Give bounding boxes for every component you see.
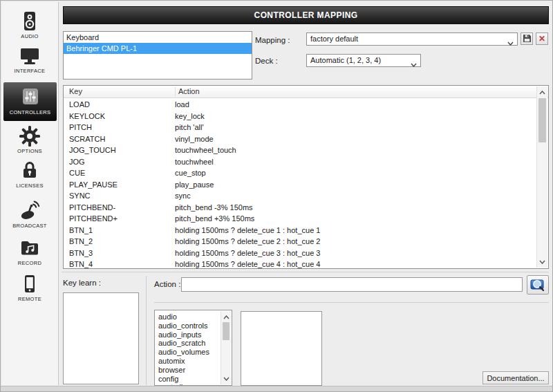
device-list-item[interactable]: Keyboard [64, 32, 252, 43]
search-icon [530, 277, 546, 293]
device-list[interactable]: Keyboard Behringer CMD PL-1 [63, 31, 252, 80]
table-row[interactable]: CUE cue_stop [64, 167, 536, 179]
mapping-table: Key Action LOAD load KEYLOCK key_lock PI… [63, 85, 549, 269]
monitor-icon [19, 45, 41, 67]
scroll-down-icon[interactable] [221, 373, 231, 384]
category-item[interactable]: controller [155, 383, 221, 385]
category-item[interactable]: audio_scratch [155, 339, 221, 348]
action-cell: play_pause [175, 179, 214, 191]
deck-select[interactable]: Automatic (1, 2, 3, 4) [306, 54, 421, 67]
table-row[interactable]: BTN_1 holding 1500ms ? delete_cue 1 : ho… [64, 225, 536, 236]
action-cell: touchwheel [175, 156, 214, 168]
scroll-down-icon[interactable] [537, 256, 547, 267]
table-row[interactable]: PITCHBEND- pitch_bend -3% 150ms [64, 202, 536, 214]
key-cell: JOG_TOUCH [64, 144, 173, 156]
table-row[interactable]: SYNC sync [64, 190, 536, 202]
table-row[interactable]: JOG_TOUCH touchwheel_touch [64, 144, 536, 156]
category-name: controller [158, 383, 189, 385]
sidebar-item-broadcast[interactable]: BROADCAST [2, 200, 57, 229]
action-input[interactable] [181, 277, 523, 292]
device-list-item[interactable]: Behringer CMD PL-1 [64, 43, 252, 54]
table-scrollbar[interactable] [536, 86, 547, 268]
settings-sidebar: AUDIO INTERFACE [2, 2, 59, 385]
sidebar-item-controllers[interactable]: CONTROLLERS [3, 82, 57, 121]
key-cell: BTN_2 [64, 236, 173, 248]
table-row[interactable]: PITCHBEND+ pitch_bend +3% 150ms [64, 213, 536, 225]
category-name: audio_volumes [158, 348, 209, 356]
key-cell: LOAD [64, 99, 173, 111]
sidebar-item-label: LICENSES [2, 183, 57, 189]
action-cell: sync [175, 190, 191, 202]
category-item[interactable]: audio [155, 312, 221, 321]
action-cell: cue_stop [175, 167, 206, 179]
category-item[interactable]: config [155, 375, 221, 384]
mapping-label: Mapping : [255, 36, 290, 44]
action-cell: vinyl_mode [175, 133, 214, 145]
key-cell: PITCHBEND- [64, 202, 173, 214]
faders-icon [19, 86, 41, 109]
mapping-select[interactable]: factory default [306, 32, 518, 46]
key-learn-label: Key learn : [63, 279, 101, 287]
table-row[interactable]: PITCH pitch 'all' [64, 122, 536, 133]
action-cell: pitch_bend -3% 150ms [175, 202, 253, 214]
device-name: Keyboard [66, 33, 99, 41]
table-row[interactable]: LOAD load [64, 99, 536, 111]
sidebar-item-record[interactable]: RECORD [2, 237, 57, 266]
save-mapping-button[interactable] [521, 32, 533, 45]
sidebar-item-label: INTERFACE [2, 68, 57, 74]
sidebar-item-remote[interactable]: REMOTE [2, 273, 57, 302]
sidebar-item-options[interactable]: OPTIONS [2, 125, 57, 154]
music-folder-icon [19, 237, 41, 259]
sidebar-item-interface[interactable]: INTERFACE [2, 45, 57, 74]
key-cell: BTN_1 [64, 225, 173, 236]
scrollbar-thumb[interactable] [538, 98, 546, 142]
floppy-icon [523, 34, 532, 44]
table-row[interactable]: PLAY_PAUSE play_pause [64, 179, 536, 191]
action-cell: pitch 'all' [175, 122, 204, 133]
key-cell: JOG [64, 156, 173, 168]
panel-divider [62, 272, 549, 272]
table-row[interactable]: KEYLOCK key_lock [64, 111, 536, 122]
scrollbar-thumb[interactable] [223, 322, 229, 340]
sidebar-item-licenses[interactable]: LICENSES [2, 160, 57, 189]
table-row[interactable]: SCRATCH vinyl_mode [64, 133, 536, 145]
page-title: CONTROLLER MAPPING [254, 10, 358, 20]
category-item[interactable]: audio_volumes [155, 348, 221, 357]
category-item[interactable]: audio_inputs [155, 330, 221, 339]
action-cell: key_lock [175, 111, 205, 122]
scroll-up-icon[interactable] [537, 87, 547, 97]
action-cell: pitch_bend +3% 150ms [175, 213, 254, 225]
speaker-icon [19, 10, 41, 32]
key-cell: BTN_3 [64, 248, 173, 259]
sidebar-item-label: AUDIO [2, 33, 57, 39]
action-variants-listbox[interactable] [241, 311, 322, 386]
search-button[interactable] [527, 275, 549, 295]
category-scrollbar[interactable] [221, 311, 231, 384]
category-item[interactable]: automix [155, 357, 221, 366]
key-cell: PITCH [64, 122, 173, 133]
key-cell: SYNC [64, 190, 173, 202]
category-item[interactable]: browser [155, 366, 221, 375]
action-cell: holding 1500ms ? delete_cue 4 : hot_cue … [175, 259, 320, 268]
action-cell: holding 1500ms ? delete_cue 1 : hot_cue … [175, 225, 320, 236]
category-name: browser [158, 366, 185, 374]
sidebar-item-label: REMOTE [2, 296, 57, 302]
delete-mapping-button[interactable]: ✕ [536, 32, 548, 45]
documentation-button[interactable]: Documentation... [482, 371, 549, 384]
table-row[interactable]: BTN_4 holding 1500ms ? delete_cue 4 : ho… [64, 259, 536, 268]
scroll-up-icon[interactable] [221, 312, 231, 322]
table-row[interactable]: BTN_3 holding 1500ms ? delete_cue 3 : ho… [64, 248, 536, 259]
key-learn-listbox[interactable] [63, 292, 139, 384]
category-item[interactable]: audio_controls [155, 321, 221, 330]
sidebar-item-audio[interactable]: AUDIO [2, 10, 57, 39]
action-cell: holding 1500ms ? delete_cue 3 : hot_cue … [175, 248, 320, 259]
table-row[interactable]: BTN_2 holding 1500ms ? delete_cue 2 : ho… [64, 236, 536, 248]
gear-icon [19, 125, 41, 147]
table-row[interactable]: JOG touchwheel [64, 156, 536, 168]
key-cell: PLAY_PAUSE [64, 179, 173, 191]
table-header: Key Action [64, 86, 548, 98]
action-divider [154, 302, 549, 303]
sidebar-item-label: RECORD [2, 260, 57, 266]
action-cell: touchwheel_touch [175, 144, 236, 156]
category-listbox[interactable]: audio audio_controls audio_inputs audio_… [154, 310, 232, 386]
